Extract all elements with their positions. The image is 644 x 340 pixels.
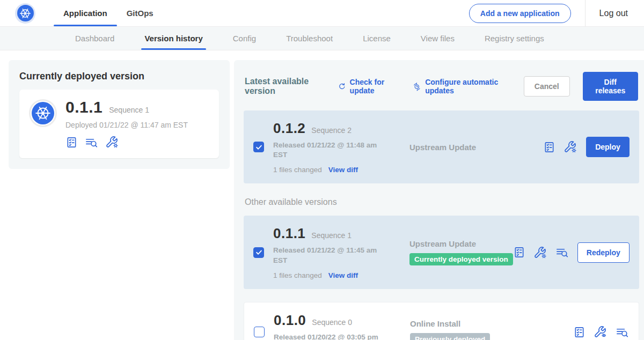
version-actions-icons <box>513 246 569 259</box>
kubernetes-logo <box>15 0 35 26</box>
header-spacer <box>163 0 469 26</box>
version-number: 0.1.2 <box>273 120 305 137</box>
version-sequence: Sequence 0 <box>312 318 352 327</box>
deploy-button[interactable]: Deploy <box>586 137 630 157</box>
diff-releases-button[interactable]: Diff releases <box>583 72 638 101</box>
kubernetes-logo-ring <box>15 3 35 24</box>
version-checkbox[interactable] <box>253 142 264 152</box>
version-sequence: Sequence 2 <box>311 126 352 135</box>
configure-automatic-updates-link[interactable]: Configure automatic updates <box>413 78 510 95</box>
refresh-icon <box>338 82 346 91</box>
schedule-update-icon <box>413 82 421 92</box>
view-diff-link[interactable]: View diff <box>328 166 358 174</box>
version-checkbox[interactable] <box>254 327 265 337</box>
currently-deployed-badge: Currently deployed version <box>409 253 513 265</box>
source-type-label: Online Install <box>410 319 460 328</box>
version-actions-icons <box>573 326 629 338</box>
source-type-label: Upstream Update <box>409 239 476 248</box>
app-logo <box>29 99 57 127</box>
release-notes-icon[interactable] <box>513 246 525 258</box>
edit-config-icon[interactable] <box>564 141 577 153</box>
add-new-application-button[interactable]: Add a new application <box>469 4 571 23</box>
check-for-update-link[interactable]: Check for update <box>338 78 400 95</box>
version-info: 0.1.2 Sequence 2 Released 01/21/22 @ 11:… <box>273 120 389 174</box>
available-versions-header: Latest available version Check for updat… <box>244 70 639 102</box>
subnav-tab-config[interactable]: Config <box>232 27 257 50</box>
release-notes-icon[interactable] <box>65 136 78 149</box>
preflight-checks-icon[interactable] <box>616 326 629 338</box>
kubernetes-wheel-icon <box>35 105 51 121</box>
logout-button[interactable]: Log out <box>585 0 628 26</box>
files-changed-label: 1 files changed <box>273 166 322 174</box>
subnav-tab-registry-settings[interactable]: Registry settings <box>484 27 545 50</box>
released-timestamp: Released 01/20/22 @ 03:05 pm EST <box>274 332 381 340</box>
deployed-info: 0.1.1 Sequence 1 Deployed 01/21/22 @ 11:… <box>65 98 188 149</box>
subnav-tab-dashboard[interactable]: Dashboard <box>74 27 115 50</box>
version-row-0-1-2: 0.1.2 Sequence 2 Released 01/21/22 @ 11:… <box>244 110 639 183</box>
files-changed-label: 1 files changed <box>273 271 322 279</box>
deployed-sequence: Sequence 1 <box>109 106 149 114</box>
check-icon <box>255 144 262 151</box>
version-actions-icons <box>543 141 577 153</box>
check-icon <box>255 249 262 256</box>
cancel-button[interactable]: Cancel <box>524 76 570 97</box>
version-sequence: Sequence 1 <box>311 231 352 240</box>
other-available-versions-title: Other available versions <box>245 197 638 207</box>
preflight-checks-icon[interactable] <box>555 246 569 258</box>
version-number: 0.1.0 <box>274 312 306 329</box>
header-tab-application[interactable]: Application <box>54 0 117 26</box>
version-number: 0.1.1 <box>273 225 305 242</box>
version-source: Upstream Update <box>389 143 543 152</box>
deployed-timestamp: Deployed 01/21/22 @ 11:47 am EST <box>65 121 188 129</box>
previously-deployed-badge: Previously deployed <box>410 333 490 340</box>
subnav-tab-license[interactable]: License <box>362 27 392 50</box>
edit-config-icon[interactable] <box>105 136 119 149</box>
released-timestamp: Released 01/21/22 @ 11:45 am EST <box>273 246 380 265</box>
subnav-tab-troubleshoot[interactable]: Troubleshoot <box>285 27 334 50</box>
subnav-tab-view-files[interactable]: View files <box>420 27 456 50</box>
version-source: Online Install Previously deployed <box>390 319 573 340</box>
subnav-tab-version-history[interactable]: Version history <box>143 27 203 50</box>
view-config-icon[interactable] <box>594 326 608 338</box>
release-notes-icon[interactable] <box>573 326 586 338</box>
view-diff-link[interactable]: View diff <box>328 271 358 279</box>
version-info: 0.1.0 Sequence 0 Released 01/20/22 @ 03:… <box>274 312 390 340</box>
released-timestamp: Released 01/21/22 @ 11:48 am EST <box>273 141 380 160</box>
currently-deployed-card: 0.1.1 Sequence 1 Deployed 01/21/22 @ 11:… <box>19 90 219 158</box>
kubernetes-wheel-icon <box>19 8 31 19</box>
currently-deployed-panel: Currently deployed version <box>9 60 230 169</box>
version-source: Upstream Update Currently deployed versi… <box>389 239 513 265</box>
available-versions-panel: Latest available version Check for updat… <box>234 60 644 340</box>
currently-deployed-title: Currently deployed version <box>19 71 219 82</box>
app-subnav: Dashboard Version history Config Trouble… <box>0 26 644 50</box>
header-tab-gitops[interactable]: GitOps <box>117 0 163 26</box>
source-type-label: Upstream Update <box>409 143 476 152</box>
main-content: Currently deployed version <box>0 50 644 340</box>
app-header: Application GitOps Add a new application… <box>0 0 644 26</box>
preflight-checks-icon[interactable] <box>85 136 98 149</box>
version-checkbox[interactable] <box>253 247 264 258</box>
deployed-version-number: 0.1.1 <box>65 98 103 116</box>
version-row-0-1-1: 0.1.1 Sequence 1 Released 01/21/22 @ 11:… <box>244 216 639 289</box>
version-row-0-1-0: 0.1.0 Sequence 0 Released 01/20/22 @ 03:… <box>244 302 639 340</box>
version-info: 0.1.1 Sequence 1 Released 01/21/22 @ 11:… <box>273 225 389 279</box>
release-notes-icon[interactable] <box>543 141 555 153</box>
edit-config-icon[interactable] <box>533 246 547 259</box>
latest-available-title: Latest available version <box>245 77 325 96</box>
redeploy-button[interactable]: Redeploy <box>577 242 630 263</box>
